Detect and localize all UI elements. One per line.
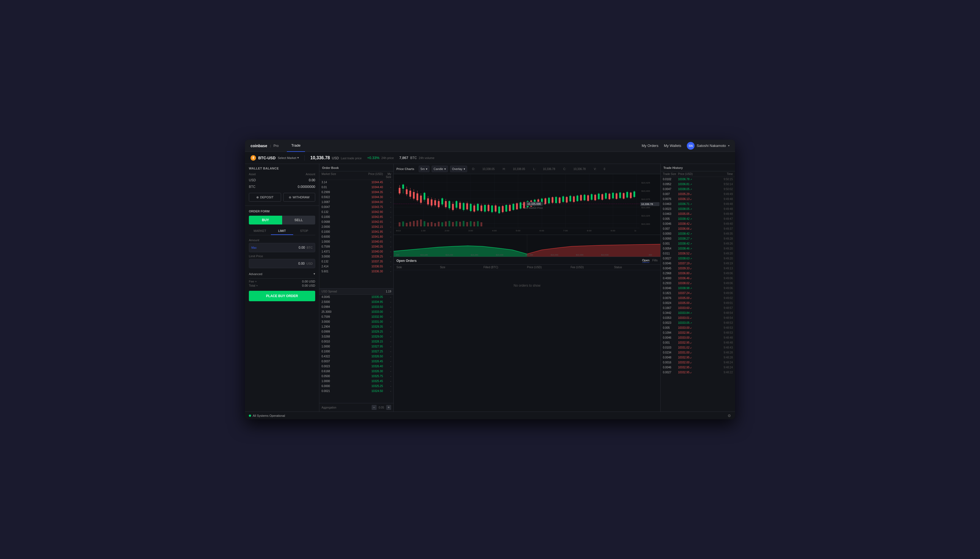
- trade-price: 10333.60↙: [678, 306, 720, 310]
- fills-tab[interactable]: Fills: [652, 259, 658, 263]
- chart-area: Price Charts 5m ▾ Candle ▾ Overlay ▾ O: …: [394, 164, 661, 412]
- agg-plus-button[interactable]: +: [386, 405, 391, 410]
- ask-row[interactable]: 0.592210344.30-: [319, 195, 393, 200]
- bid-row[interactable]: 1.000010327.95-: [319, 344, 393, 349]
- ob-bid-price: 10329.35: [352, 325, 383, 329]
- ask-row[interactable]: 0.600010341.80-: [319, 234, 393, 239]
- ask-row[interactable]: 1.000010340.65-: [319, 239, 393, 244]
- my-orders-link[interactable]: My Orders: [642, 144, 658, 148]
- settings-icon[interactable]: ⚙: [728, 413, 731, 418]
- chart-type-dropdown[interactable]: Candle ▾: [432, 165, 448, 172]
- trade-size: 0.007: [663, 227, 678, 231]
- bid-row[interactable]: 0.616810326.30-: [319, 369, 393, 374]
- ask-row[interactable]: 5.60110336.30-: [319, 269, 393, 274]
- trade-history-row: 0.004810332.95↙9:48:28: [661, 355, 735, 360]
- agg-minus-button[interactable]: −: [371, 405, 376, 410]
- trade-size: 0.1821: [663, 291, 678, 295]
- trade-size: 0.0045: [663, 266, 678, 270]
- svg-text:$10,380: $10,380: [526, 254, 533, 256]
- svg-rect-167: [456, 221, 457, 227]
- limit-order-tab[interactable]: LIMIT: [271, 227, 293, 235]
- bid-row[interactable]: 2.500010334.95-: [319, 299, 393, 304]
- bid-row[interactable]: 3.026810329.00-: [319, 334, 393, 339]
- bid-row[interactable]: 0.002110324.50-: [319, 389, 393, 394]
- ask-row[interactable]: 2.000010342.15-: [319, 225, 393, 230]
- stop-order-tab[interactable]: STOP: [293, 227, 315, 235]
- bid-row[interactable]: 0.002310326.40-: [319, 364, 393, 369]
- asset-col-header: Asset: [245, 172, 272, 177]
- ask-row[interactable]: 0.100010342.85-: [319, 215, 393, 220]
- bid-row[interactable]: 3.000010331.00-: [319, 319, 393, 324]
- bid-row[interactable]: 0.003710326.45-: [319, 359, 393, 364]
- up-arrow-icon: ↗: [690, 218, 692, 220]
- svg-text:$10,330: $10,330: [496, 254, 503, 256]
- ask-row[interactable]: 0.100010341.95-: [319, 230, 393, 234]
- trade-size: 0.0054: [663, 247, 678, 251]
- svg-rect-24: [410, 191, 411, 197]
- trade-size-col: Trade Size: [663, 172, 678, 175]
- ask-row[interactable]: 0.068810342.65-: [319, 220, 393, 225]
- withdraw-button[interactable]: ⊖ WITHDRAW: [283, 193, 315, 202]
- trade-time: 9:49:06: [720, 276, 733, 280]
- o-value: 10,338.05: [482, 167, 495, 170]
- user-area[interactable]: SN Satoshi Nakamoto ▾: [687, 142, 730, 150]
- svg-rect-138: [612, 193, 614, 198]
- svg-text:8:00: 8:00: [587, 229, 592, 232]
- ob-my-size: -: [383, 350, 391, 354]
- bid-row[interactable]: 1.290410329.35-: [319, 324, 393, 329]
- overlay-dropdown[interactable]: Overlay ▾: [450, 165, 467, 172]
- trade-history-row: 0.004510339.33↙9:49:13: [661, 266, 735, 271]
- bid-row[interactable]: 0.759910332.90-: [319, 314, 393, 319]
- ob-my-size: -: [383, 295, 391, 299]
- up-arrow-icon: ↗: [690, 188, 692, 191]
- svg-rect-46: [448, 201, 450, 208]
- ask-row[interactable]: 2.41410336.55-: [319, 264, 393, 269]
- timeframe-dropdown[interactable]: 5m ▾: [419, 165, 429, 172]
- svg-rect-156: [416, 220, 418, 227]
- ask-row[interactable]: 0.004710343.75-: [319, 205, 393, 210]
- bid-row[interactable]: 0.099910329.25-: [319, 329, 393, 334]
- bid-row[interactable]: 4.004510335.05-: [319, 294, 393, 299]
- ask-row[interactable]: 0.0110344.40-: [319, 185, 393, 190]
- ask-row[interactable]: 0.759910340.35-: [319, 244, 393, 249]
- ask-row[interactable]: 0.13210337.35-: [319, 259, 393, 264]
- ob-size: 0.2999: [322, 190, 352, 194]
- max-link[interactable]: Max: [251, 246, 257, 249]
- trade-time: 9:49:06: [720, 281, 733, 285]
- bid-row[interactable]: 25.300010333.00-: [319, 309, 393, 314]
- trade-size: 0.011: [663, 252, 678, 256]
- bid-row[interactable]: 6.000010325.25-: [319, 384, 393, 389]
- svg-rect-130: [598, 194, 600, 199]
- limit-price-input[interactable]: [251, 261, 305, 265]
- trade-price: 10332.95↙: [678, 341, 720, 345]
- ask-row[interactable]: 3.1410344.45-: [319, 180, 393, 185]
- buy-tab-button[interactable]: BUY: [249, 216, 282, 225]
- bid-row[interactable]: 0.432210326.50-: [319, 354, 393, 359]
- select-market-button[interactable]: Select Market ▾: [278, 156, 299, 160]
- advanced-toggle[interactable]: Advanced ▾: [249, 270, 315, 277]
- bid-row[interactable]: 0.050010325.75-: [319, 374, 393, 379]
- open-tab[interactable]: Open: [642, 259, 650, 263]
- my-wallets-link[interactable]: My Wallets: [664, 144, 682, 148]
- ask-row[interactable]: 0.13210342.90-: [319, 210, 393, 215]
- h-label: H:: [502, 167, 506, 170]
- trade-price: 10335.05↙: [678, 212, 720, 216]
- bid-row[interactable]: 0.098410333.50-: [319, 304, 393, 309]
- up-arrow-icon: ↗: [690, 208, 692, 210]
- ask-row[interactable]: 3.000010339.25-: [319, 254, 393, 259]
- bid-row[interactable]: 0.001010328.15-: [319, 339, 393, 344]
- ob-bid-price: 10325.75: [352, 374, 383, 378]
- ask-row[interactable]: 1.437110340.00-: [319, 249, 393, 254]
- ask-row[interactable]: 0.299910344.35-: [319, 190, 393, 195]
- bid-row[interactable]: 0.100010327.25-: [319, 349, 393, 354]
- sell-tab-button[interactable]: SELL: [282, 216, 315, 225]
- trade-size: 0.0093: [663, 237, 678, 241]
- deposit-button[interactable]: ⊕ DEPOSIT: [249, 193, 281, 202]
- bid-row[interactable]: 1.000010325.45-: [319, 379, 393, 384]
- place-buy-order-button[interactable]: PLACE BUY ORDER: [249, 291, 315, 301]
- ask-row[interactable]: 1.008710344.00-: [319, 200, 393, 205]
- market-order-tab[interactable]: MARKET: [249, 227, 271, 235]
- oo-col-headers: SideSizeFilled (BTC)Price (USD)Fee (USD)…: [394, 265, 660, 270]
- nav-tab-trade[interactable]: Trade: [287, 140, 305, 152]
- amount-input[interactable]: [259, 246, 305, 250]
